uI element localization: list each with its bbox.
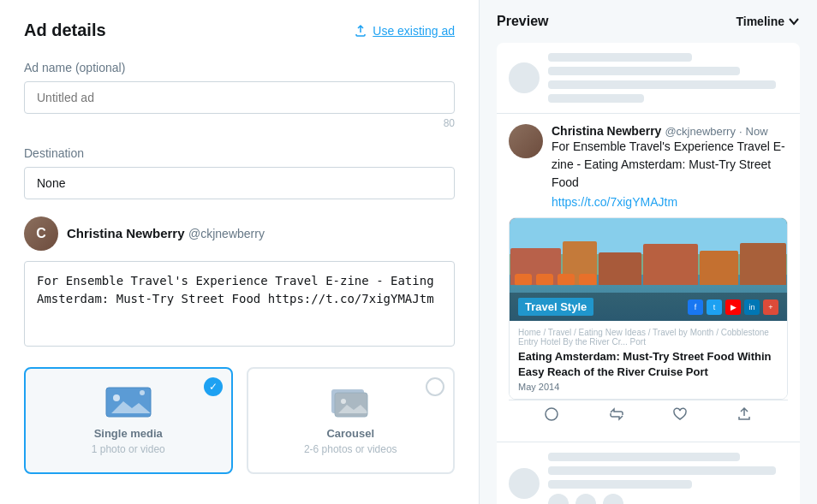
chevron-down-icon bbox=[788, 15, 800, 27]
account-row: C Christina Newberry @ckjnewberry bbox=[24, 216, 455, 251]
carousel-card[interactable]: Carousel 2-6 photos or videos bbox=[247, 367, 456, 474]
preview-header: Preview Timeline bbox=[497, 14, 800, 29]
account-info: Christina Newberry @ckjnewberry bbox=[67, 226, 265, 241]
single-media-card[interactable]: ✓ Single media 1 photo or video bbox=[24, 367, 233, 474]
account-handle: @ckjnewberry bbox=[188, 227, 265, 240]
panel-header: Ad details Use existing ad bbox=[24, 21, 455, 40]
preview-image-overlay: Travel Style f t ▶ in + bbox=[510, 293, 787, 321]
carousel-label: Carousel bbox=[326, 427, 374, 440]
tweet-preview: Christina Newberry @ckjnewberry · Now Fo… bbox=[497, 113, 800, 442]
tweet-actions bbox=[509, 400, 788, 431]
card-breadcrumb: Home / Travel / Eating New Ideas / Trave… bbox=[518, 328, 778, 347]
preview-card-title: Eating Amsterdam: Must-Try Street Food W… bbox=[518, 349, 778, 380]
ad-name-group: Ad name (optional) 80 bbox=[24, 61, 455, 129]
avatar: C bbox=[24, 216, 58, 251]
preview-time: Now bbox=[746, 125, 768, 138]
skeleton-avatar-2 bbox=[509, 468, 540, 499]
ad-details-panel: Ad details Use existing ad Ad name (opti… bbox=[0, 0, 480, 504]
destination-label: Destination bbox=[24, 146, 455, 160]
travel-style-badge: Travel Style bbox=[518, 298, 593, 316]
char-count: 80 bbox=[24, 117, 455, 129]
skeleton-top bbox=[497, 43, 800, 113]
retweet-icon[interactable] bbox=[609, 407, 624, 424]
account-name: Christina Newberry bbox=[67, 226, 185, 240]
svg-point-3 bbox=[140, 390, 145, 395]
social-icons: f t ▶ in + bbox=[688, 299, 778, 315]
single-media-sublabel: 1 photo or video bbox=[92, 443, 165, 455]
preview-image-card: Travel Style f t ▶ in + Home / Travel / … bbox=[509, 217, 788, 400]
single-media-icon bbox=[104, 386, 152, 418]
upload-icon bbox=[354, 24, 367, 38]
preview-title: Preview bbox=[497, 14, 548, 29]
googleplus-icon: + bbox=[763, 299, 778, 315]
single-media-label: Single media bbox=[94, 427, 163, 440]
use-existing-button[interactable]: Use existing ad bbox=[354, 24, 455, 38]
twitter-icon: t bbox=[707, 299, 722, 315]
preview-handle: @ckjnewberry bbox=[665, 125, 736, 138]
youtube-icon: ▶ bbox=[725, 299, 741, 315]
timeline-button[interactable]: Timeline bbox=[736, 15, 800, 28]
preview-card-body: Home / Travel / Eating New Ideas / Trave… bbox=[510, 321, 787, 399]
carousel-icon bbox=[326, 386, 374, 418]
ad-name-input[interactable] bbox=[24, 81, 455, 114]
unselected-circle bbox=[426, 377, 444, 396]
share-icon[interactable] bbox=[736, 407, 752, 424]
preview-image: Travel Style f t ▶ in + bbox=[510, 218, 787, 321]
preview-avatar bbox=[509, 124, 543, 158]
tweet-textarea[interactable]: For Ensemble Travel's Experience Travel … bbox=[24, 261, 455, 347]
preview-card-source: May 2014 bbox=[518, 382, 778, 392]
skeleton-lines-1 bbox=[548, 53, 788, 103]
tweet-preview-header: Christina Newberry @ckjnewberry · Now Fo… bbox=[509, 124, 788, 209]
like-icon[interactable] bbox=[672, 407, 688, 424]
preview-user-info: Christina Newberry @ckjnewberry · Now Fo… bbox=[552, 124, 788, 209]
preview-dot: · bbox=[739, 125, 742, 138]
destination-group: Destination None bbox=[24, 146, 455, 199]
preview-card: Christina Newberry @ckjnewberry · Now Fo… bbox=[497, 43, 800, 504]
media-options: ✓ Single media 1 photo or video Carousel bbox=[24, 367, 455, 474]
skeleton-lines-2 bbox=[548, 453, 788, 504]
ad-name-label: Ad name (optional) bbox=[24, 61, 455, 74]
carousel-sublabel: 2-6 photos or videos bbox=[304, 443, 397, 455]
panel-title: Ad details bbox=[24, 21, 106, 40]
linkedin-icon: in bbox=[744, 299, 760, 315]
preview-panel: Preview Timeline Christ bbox=[480, 0, 817, 504]
skeleton-bottom bbox=[497, 442, 800, 504]
facebook-icon: f bbox=[688, 299, 703, 315]
preview-name: Christina Newberry bbox=[552, 124, 661, 138]
preview-tweet-text: For Ensemble Travel's Experience Travel … bbox=[552, 138, 788, 192]
svg-point-7 bbox=[341, 399, 346, 404]
preview-tweet-link[interactable]: https://t.co/7xigYMAJtm bbox=[552, 195, 788, 209]
svg-point-1 bbox=[113, 394, 120, 401]
destination-select[interactable]: None bbox=[24, 167, 455, 199]
selected-check: ✓ bbox=[204, 377, 223, 396]
skeleton-avatar-1 bbox=[509, 62, 540, 93]
reply-icon[interactable] bbox=[545, 407, 560, 424]
